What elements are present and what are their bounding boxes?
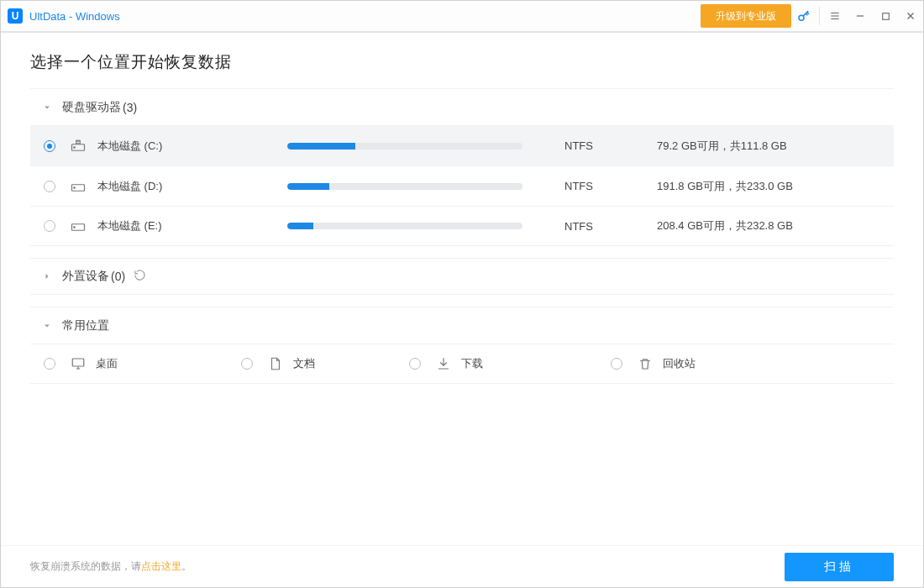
- main-content: 选择一个位置开始恢复数据 硬盘驱动器 (3) 本地磁盘 (C:) NTFS 79…: [1, 33, 923, 545]
- chevron-down-icon: [42, 321, 57, 331]
- drive-name: 本地磁盘 (E:): [97, 218, 162, 234]
- svg-rect-10: [72, 359, 84, 366]
- location-label: 文档: [293, 356, 315, 371]
- drive-fs: NTFS: [564, 220, 657, 233]
- hdd-icon: [71, 179, 86, 194]
- usage-bar-fill: [287, 183, 329, 190]
- window-title: UltData - Windows: [29, 10, 120, 23]
- section-head-drives[interactable]: 硬盘驱动器 (3): [30, 88, 894, 125]
- svg-point-9: [74, 227, 76, 228]
- svg-point-7: [74, 186, 76, 188]
- location-downloads[interactable]: 下载: [409, 356, 611, 371]
- location-recycle[interactable]: 回收站: [611, 356, 880, 371]
- radio-drive-d[interactable]: [44, 181, 55, 192]
- refresh-button[interactable]: [134, 269, 146, 284]
- drive-name: 本地磁盘 (C:): [97, 139, 162, 154]
- section-head-common[interactable]: 常用位置: [30, 307, 894, 344]
- svg-point-0: [799, 15, 804, 20]
- footer: 恢复崩溃系统的数据，请点击这里。 扫描: [1, 545, 923, 587]
- activate-key-button[interactable]: [791, 0, 816, 32]
- os-drive-icon: [71, 139, 86, 154]
- radio-drive-e[interactable]: [44, 220, 55, 232]
- chevron-down-icon: [42, 102, 57, 113]
- section-head-external[interactable]: 外置设备 (0): [30, 258, 894, 295]
- radio-desktop[interactable]: [44, 358, 55, 370]
- drive-size: 79.2 GB可用，共111.8 GB: [657, 139, 880, 154]
- scan-button[interactable]: 扫描: [785, 553, 894, 581]
- drive-row-d[interactable]: 本地磁盘 (D:) NTFS 191.8 GB可用，共233.0 GB: [30, 165, 894, 206]
- location-label: 桌面: [96, 356, 118, 371]
- document-icon: [268, 356, 283, 371]
- radio-drive-c[interactable]: [44, 140, 55, 152]
- hdd-icon: [71, 218, 86, 234]
- location-documents[interactable]: 文档: [241, 356, 409, 371]
- page-heading: 选择一个位置开始恢复数据: [30, 51, 894, 73]
- section-count-external: (0): [111, 270, 125, 283]
- download-icon: [436, 356, 451, 371]
- app-logo: U: [8, 8, 23, 24]
- footer-hint-suffix: 。: [181, 560, 192, 572]
- minimize-icon: [854, 10, 866, 22]
- menu-button[interactable]: [822, 0, 848, 32]
- drive-row-c[interactable]: 本地磁盘 (C:) NTFS 79.2 GB可用，共111.8 GB: [30, 125, 894, 165]
- titlebar: U UltData - Windows 升级到专业版: [1, 1, 923, 33]
- drive-fs: NTFS: [564, 139, 657, 152]
- close-button[interactable]: [898, 0, 923, 32]
- radio-recycle[interactable]: [611, 358, 622, 370]
- footer-hint-link[interactable]: 点击这里: [141, 560, 181, 572]
- hamburger-icon: [829, 10, 841, 22]
- key-icon: [796, 8, 811, 24]
- radio-documents[interactable]: [241, 358, 253, 370]
- location-label: 回收站: [663, 356, 696, 371]
- svg-rect-5: [77, 141, 80, 142]
- trash-icon: [638, 356, 653, 371]
- footer-hint-prefix: 恢复崩溃系统的数据，请: [30, 560, 141, 572]
- drive-size: 208.4 GB可用，共232.8 GB: [657, 218, 880, 234]
- svg-rect-4: [76, 140, 81, 144]
- usage-bar: [287, 143, 522, 150]
- usage-bar: [287, 183, 522, 190]
- section-label-drives: 硬盘驱动器: [62, 100, 121, 115]
- drive-name: 本地磁盘 (D:): [97, 179, 162, 194]
- section-label-common: 常用位置: [62, 318, 109, 333]
- usage-bar-fill: [287, 223, 313, 229]
- usage-bar-fill: [287, 143, 355, 150]
- minimize-button[interactable]: [848, 0, 873, 32]
- close-icon: [905, 10, 916, 22]
- svg-point-3: [74, 146, 76, 148]
- desktop-icon: [71, 356, 86, 371]
- titlebar-divider: [819, 7, 820, 25]
- usage-bar: [287, 223, 522, 229]
- section-count-drives: (3): [123, 101, 137, 114]
- location-label: 下载: [461, 356, 483, 371]
- drive-row-e[interactable]: 本地磁盘 (E:) NTFS 208.4 GB可用，共232.8 GB: [30, 206, 894, 246]
- drive-size: 191.8 GB可用，共233.0 GB: [657, 179, 880, 194]
- chevron-right-icon: [42, 271, 57, 281]
- footer-hint: 恢复崩溃系统的数据，请点击这里。: [30, 559, 192, 574]
- maximize-icon: [880, 11, 891, 22]
- svg-rect-1: [882, 13, 889, 19]
- drive-fs: NTFS: [564, 180, 657, 192]
- location-desktop[interactable]: 桌面: [44, 356, 241, 371]
- maximize-button[interactable]: [873, 0, 898, 32]
- upgrade-button[interactable]: 升级到专业版: [701, 4, 791, 28]
- section-label-external: 外置设备: [62, 269, 109, 284]
- locations-row: 桌面 文档 下载 回收站: [30, 344, 894, 384]
- radio-downloads[interactable]: [409, 358, 421, 370]
